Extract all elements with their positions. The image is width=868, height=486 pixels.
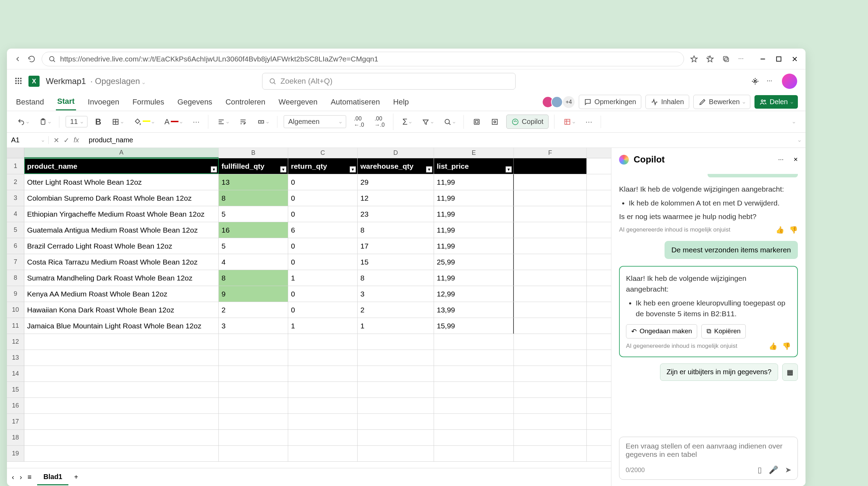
- autosum-button[interactable]: Σ⌵: [400, 115, 414, 129]
- cell[interactable]: 13,99: [434, 302, 514, 318]
- cancel-formula-icon[interactable]: ✕: [53, 136, 59, 144]
- presence-more[interactable]: +4: [563, 96, 575, 108]
- cell[interactable]: [434, 414, 514, 429]
- font-size-select[interactable]: 11⌵: [66, 116, 87, 127]
- cell[interactable]: 1: [358, 318, 434, 334]
- cell[interactable]: [288, 382, 358, 397]
- row-header[interactable]: 10: [7, 302, 24, 318]
- decrease-decimal-button[interactable]: .00→.0: [372, 114, 387, 130]
- row-header[interactable]: 4: [7, 206, 24, 222]
- row-header[interactable]: 3: [7, 190, 24, 206]
- cell[interactable]: 5: [219, 206, 288, 222]
- presence-avatars[interactable]: +4: [545, 96, 575, 108]
- cell[interactable]: [514, 382, 587, 397]
- mic-icon[interactable]: 🎤: [769, 466, 778, 475]
- cell[interactable]: [514, 302, 587, 318]
- add-sheet-icon[interactable]: +: [74, 473, 78, 481]
- cell[interactable]: [219, 398, 288, 413]
- cell[interactable]: 11,99: [434, 222, 514, 238]
- cell[interactable]: [288, 446, 358, 461]
- cell[interactable]: 6: [288, 222, 358, 238]
- cell[interactable]: 8: [358, 222, 434, 238]
- cell[interactable]: 0: [288, 174, 358, 190]
- cell[interactable]: [24, 398, 219, 413]
- bold-button[interactable]: B: [92, 115, 104, 129]
- cell[interactable]: 11,99: [434, 206, 514, 222]
- cell[interactable]: [514, 334, 587, 350]
- cell[interactable]: [219, 446, 288, 461]
- addins-button[interactable]: [470, 116, 483, 128]
- cell[interactable]: 0: [288, 206, 358, 222]
- cell[interactable]: 3: [358, 286, 434, 302]
- header-cell[interactable]: return_qty▾: [288, 158, 358, 174]
- cell[interactable]: [288, 414, 358, 429]
- tab-review[interactable]: Controleren: [224, 94, 267, 110]
- catchup-button[interactable]: Inhalen: [645, 95, 689, 109]
- cell[interactable]: [219, 430, 288, 445]
- cell[interactable]: 12,99: [434, 286, 514, 302]
- filter-dropdown-icon[interactable]: ▾: [211, 166, 217, 173]
- font-color-button[interactable]: A⌵: [162, 115, 185, 128]
- cell[interactable]: [288, 334, 358, 350]
- more-font-icon[interactable]: ⋯: [190, 116, 202, 128]
- cell[interactable]: [514, 174, 587, 190]
- cell[interactable]: 2: [358, 302, 434, 318]
- cell[interactable]: [514, 238, 587, 254]
- cell[interactable]: [434, 366, 514, 382]
- row-header[interactable]: 18: [7, 430, 24, 445]
- cell[interactable]: Sumatra Mandheling Dark Roast Whole Bean…: [24, 270, 219, 286]
- search-box[interactable]: Zoeken (Alt+Q): [262, 73, 516, 90]
- cell[interactable]: [288, 398, 358, 413]
- cell[interactable]: [434, 382, 514, 397]
- undo-action-button[interactable]: ↶Ongedaan maken: [626, 324, 697, 338]
- row-header[interactable]: 9: [7, 286, 24, 302]
- more-icon[interactable]: ⋯: [767, 77, 774, 85]
- thumbs-up-icon[interactable]: 👍: [769, 342, 777, 350]
- find-button[interactable]: ⌵: [441, 116, 458, 128]
- cell[interactable]: [434, 446, 514, 461]
- cell[interactable]: [434, 334, 514, 350]
- sheet-prev-icon[interactable]: ‹: [12, 473, 14, 481]
- sort-filter-button[interactable]: ⌵: [419, 116, 436, 128]
- cell[interactable]: [514, 190, 587, 206]
- row-header[interactable]: 17: [7, 414, 24, 429]
- tab-view[interactable]: Weergeven: [277, 94, 319, 110]
- cell[interactable]: [24, 350, 219, 366]
- star-icon[interactable]: [690, 55, 698, 63]
- cell[interactable]: Kenya AA Medium Roast Whole Bean 12oz: [24, 286, 219, 302]
- row-header[interactable]: 15: [7, 382, 24, 397]
- row-header[interactable]: 1: [7, 158, 24, 174]
- app-launcher-icon[interactable]: [15, 78, 22, 85]
- align-button[interactable]: ⌵: [215, 116, 232, 128]
- cell[interactable]: 29: [358, 174, 434, 190]
- favorites-icon[interactable]: [706, 55, 714, 63]
- borders-button[interactable]: ⌵: [109, 116, 126, 128]
- back-icon[interactable]: [14, 55, 22, 63]
- header-cell[interactable]: fullfilled_qty▾: [219, 158, 288, 174]
- cell[interactable]: [514, 398, 587, 413]
- filter-dropdown-icon[interactable]: ▾: [506, 166, 512, 173]
- maximize-icon[interactable]: [775, 55, 783, 63]
- col-header-d[interactable]: D: [358, 148, 434, 158]
- cell[interactable]: [514, 222, 587, 238]
- cell[interactable]: 13: [219, 174, 288, 190]
- cell[interactable]: [434, 430, 514, 445]
- cell[interactable]: [358, 446, 434, 461]
- sheet-all-icon[interactable]: ≡: [27, 473, 32, 481]
- cell[interactable]: [514, 254, 587, 270]
- suggestion-grid-icon[interactable]: ▦: [782, 363, 798, 381]
- cell[interactable]: 1: [288, 318, 358, 334]
- row-header[interactable]: 14: [7, 366, 24, 382]
- row-header[interactable]: 13: [7, 350, 24, 366]
- cell[interactable]: 25,99: [434, 254, 514, 270]
- fill-color-button[interactable]: ⌵: [131, 116, 157, 128]
- header-cell[interactable]: warehouse_qty▾: [358, 158, 434, 174]
- collapse-ribbon-button[interactable]: ⌵: [790, 117, 798, 126]
- sheet-tab[interactable]: Blad1: [37, 469, 68, 485]
- sheet-next-icon[interactable]: ›: [20, 473, 22, 481]
- cell[interactable]: [219, 414, 288, 429]
- cell[interactable]: [219, 350, 288, 366]
- refresh-icon[interactable]: [28, 55, 35, 63]
- copilot-more-icon[interactable]: ⋯: [778, 156, 784, 163]
- cell[interactable]: [358, 382, 434, 397]
